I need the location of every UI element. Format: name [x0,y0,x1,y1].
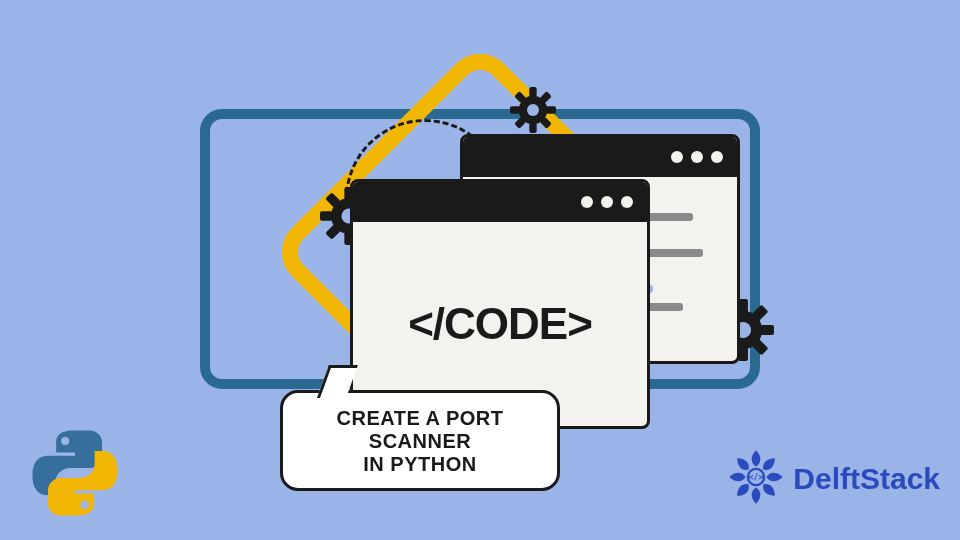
gear-icon [510,87,556,133]
delftstack-branding: </> DelftStack [727,448,940,510]
window-dot [621,196,633,208]
python-logo-icon [30,428,120,522]
window-dot [671,151,683,163]
svg-rect-6 [510,107,520,114]
speech-line-1: Create a Port Scanner [301,407,539,453]
window-dot [581,196,593,208]
speech-bubble: Create a Port Scanner in Python [280,390,560,491]
window-dot [711,151,723,163]
window-dot [601,196,613,208]
delftstack-logo-icon: </> [727,448,785,510]
svg-rect-2 [546,107,556,114]
svg-text:</>: </> [749,472,764,482]
svg-rect-16 [320,212,333,221]
titlebar-back [463,137,737,177]
svg-rect-4 [529,123,536,133]
speech-line-2: in Python [301,453,539,476]
titlebar-front [353,182,647,222]
code-text: </CODE> [408,299,592,349]
delftstack-name: DelftStack [793,462,940,496]
svg-rect-22 [760,325,774,335]
window-dot [691,151,703,163]
svg-point-9 [527,104,539,116]
illustration-stage: </CODE> [200,79,760,439]
svg-rect-0 [529,87,536,97]
